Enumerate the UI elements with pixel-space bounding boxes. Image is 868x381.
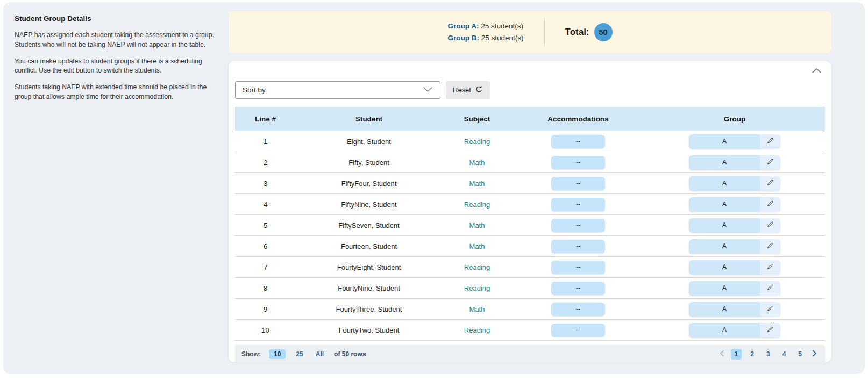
sort-by-placeholder: Sort by	[243, 86, 266, 94]
accommodations-badge: --	[551, 156, 605, 169]
table-row: 5 FiftySeven, Student Math -- A	[235, 215, 825, 236]
group-summary-banner: Group A: 25 student(s) Group B: 25 stude…	[229, 11, 831, 53]
group-value: A	[689, 176, 760, 191]
line-number-cell: 2	[235, 152, 296, 172]
edit-group-button[interactable]	[760, 239, 780, 254]
reset-label: Reset	[453, 86, 471, 94]
table-controls: Sort by Reset	[235, 61, 825, 99]
subject-cell: Reading	[442, 194, 512, 214]
accommodations-badge: --	[551, 303, 605, 316]
page-size-option-25[interactable]: 25	[294, 349, 305, 359]
group-control: A	[689, 323, 780, 337]
group-control: A	[689, 134, 780, 149]
subject-cell: Math	[442, 215, 512, 235]
edit-group-button[interactable]	[760, 302, 780, 317]
group-counts: Group A: 25 student(s) Group B: 25 stude…	[447, 22, 523, 42]
table-row: 9 FourtyThree, Student Math -- A	[235, 299, 825, 320]
group-b-label: Group B:	[447, 34, 479, 42]
next-page-button[interactable]	[810, 350, 819, 358]
accommodations-cell: --	[512, 173, 644, 193]
accommodations-cell: --	[512, 152, 644, 172]
pencil-icon	[767, 263, 774, 271]
subject-cell: Math	[442, 173, 512, 193]
group-control: A	[689, 302, 780, 317]
group-a-count: Group A: 25 student(s)	[447, 22, 523, 30]
column-header-group: Group	[644, 107, 825, 131]
student-name-cell: FourtyTwo, Student	[296, 320, 442, 340]
subject-cell: Reading	[442, 320, 512, 340]
pencil-icon	[767, 284, 774, 292]
pencil-icon	[767, 242, 774, 250]
line-number-cell: 7	[235, 257, 296, 277]
chevron-down-icon	[423, 86, 433, 94]
line-number-cell: 10	[235, 320, 296, 340]
group-control: A	[689, 176, 780, 191]
page-number-4[interactable]: 4	[779, 349, 790, 360]
group-control: A	[689, 260, 780, 275]
group-cell: A	[644, 299, 825, 319]
group-b-value: 25 student(s)	[481, 34, 524, 42]
group-control: A	[689, 155, 780, 170]
edit-group-button[interactable]	[760, 260, 780, 275]
accommodations-cell: --	[512, 236, 644, 256]
group-cell: A	[644, 131, 825, 152]
page-number-1[interactable]: 1	[731, 349, 742, 360]
table-row: 8 FourtyNine, Student Reading -- A	[235, 278, 825, 299]
group-value: A	[689, 281, 760, 296]
group-cell: A	[644, 278, 825, 298]
line-number-cell: 8	[235, 278, 296, 298]
edit-group-button[interactable]	[760, 218, 780, 233]
total-count-badge: 50	[594, 23, 613, 41]
edit-group-button[interactable]	[760, 155, 780, 170]
group-value: A	[689, 155, 760, 170]
group-control: A	[689, 281, 780, 296]
student-name-cell: FourtyEight, Student	[296, 257, 442, 277]
subject-cell: Math	[442, 236, 512, 256]
subject-cell: Math	[442, 152, 512, 172]
reset-button[interactable]: Reset	[446, 81, 490, 99]
group-cell: A	[644, 320, 825, 340]
accommodations-cell: --	[512, 131, 644, 152]
line-number-cell: 4	[235, 194, 296, 214]
subject-cell: Reading	[442, 278, 512, 298]
group-control: A	[689, 239, 780, 254]
page-size-option-all[interactable]: All	[314, 349, 326, 359]
accommodations-cell: --	[512, 278, 644, 298]
accommodations-cell: --	[512, 215, 644, 235]
total-students: Total: 50	[565, 23, 613, 41]
pencil-icon	[767, 326, 774, 334]
page-number-3[interactable]: 3	[763, 349, 774, 360]
page-size-option-10[interactable]: 10	[269, 349, 286, 359]
accommodations-badge: --	[551, 324, 605, 337]
pencil-icon	[767, 158, 774, 167]
accommodations-badge: --	[551, 219, 605, 232]
previous-page-button[interactable]	[718, 350, 726, 358]
student-name-cell: Fifty, Student	[296, 152, 442, 172]
total-label: Total:	[565, 27, 589, 38]
page-number-5[interactable]: 5	[794, 349, 806, 360]
accommodations-badge: --	[551, 198, 605, 211]
column-header-subject: Subject	[442, 107, 512, 131]
pencil-icon	[767, 305, 774, 313]
line-number-cell: 3	[235, 173, 296, 193]
group-value: A	[689, 134, 760, 149]
edit-group-button[interactable]	[760, 323, 780, 337]
student-name-cell: FiftySeven, Student	[296, 215, 442, 235]
edit-group-button[interactable]	[760, 176, 780, 191]
student-name-cell: Eight, Student	[296, 131, 442, 152]
edit-group-button[interactable]	[760, 134, 780, 149]
collapse-panel-button[interactable]	[812, 68, 822, 74]
table-row: 1 Eight, Student Reading -- A	[235, 131, 825, 152]
table-row: 2 Fifty, Student Math -- A	[235, 152, 825, 173]
table-row: 6 Fourteen, Student Math -- A	[235, 236, 825, 257]
column-header-line: Line #	[235, 107, 296, 131]
banner-divider	[544, 18, 545, 46]
page-number-2[interactable]: 2	[746, 349, 758, 360]
table-body: 1 Eight, Student Reading -- A 2 Fifty, S…	[235, 131, 825, 341]
edit-group-button[interactable]	[760, 197, 780, 212]
group-a-value: 25 student(s)	[481, 22, 523, 30]
pencil-icon	[767, 137, 774, 146]
help-paragraph-1: NAEP has assigned each student taking th…	[15, 31, 216, 50]
edit-group-button[interactable]	[760, 281, 780, 296]
sort-by-select[interactable]: Sort by	[235, 81, 440, 99]
